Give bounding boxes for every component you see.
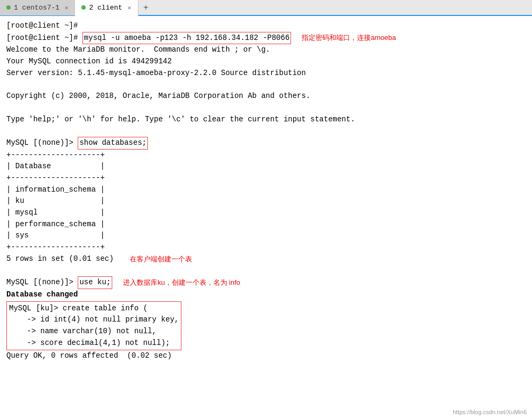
terminal-line-12: +--------------------+ xyxy=(6,150,526,161)
terminal-line-19: | sys | xyxy=(6,230,526,242)
terminal-line-28: -> score decimal(4,1) not null); xyxy=(9,337,179,349)
terminal-line-16: | ku | xyxy=(6,195,526,207)
annotation-amoeba: 指定密码和端口，连接amoeba xyxy=(302,32,396,43)
watermark: https://blog.csdn.net/XuMin6 xyxy=(453,408,527,417)
line21-text: 5 rows in set (0.01 sec) xyxy=(6,253,114,265)
terminal-line-25: MySQL [ku]> create table info ( xyxy=(9,303,179,315)
terminal-line-10 xyxy=(6,125,526,137)
tab-label-1: 1 centos7-1 xyxy=(14,4,60,12)
tab-dot-2 xyxy=(81,5,86,10)
line23-prefix: MySQL [(none)]> xyxy=(6,277,78,289)
create-table-block: MySQL [ku]> create table info ( -> id in… xyxy=(6,301,181,351)
terminal-line-23: MySQL [(none)]> use ku; 进入数据库ku，创建一个表，名为… xyxy=(6,276,526,289)
terminal-line-3: Welcome to the MariaDB monitor. Commands… xyxy=(6,44,526,56)
terminal-line-17: | mysql | xyxy=(6,207,526,219)
tab-add-button[interactable]: + xyxy=(138,0,154,15)
terminal-line-26: -> id int(4) not null primary key, xyxy=(9,314,179,326)
terminal-line-2: [root@client ~]# mysql -u amoeba -p123 -… xyxy=(6,32,526,45)
terminal-line-18: | performance_schema | xyxy=(6,219,526,230)
terminal-line-11: MySQL [(none)]> show databases; xyxy=(6,137,526,150)
line23-command: use ku; xyxy=(78,276,112,289)
line2-prefix: [root@client ~]# xyxy=(6,32,82,44)
terminal-line-22 xyxy=(6,265,526,276)
terminal-line-15: | information_schema | xyxy=(6,184,526,196)
terminal-line-9: Type 'help;' or '\h' for help. Type '\c'… xyxy=(6,114,526,126)
line11-command: show databases; xyxy=(78,137,148,150)
line11-prefix: MySQL [(none)]> xyxy=(6,137,78,149)
terminal-line-4: Your MySQL connection id is 494299142 xyxy=(6,56,526,68)
tab-centos7-1[interactable]: 1 centos7-1 ✕ xyxy=(0,0,75,15)
terminal-line-20: +--------------------+ xyxy=(6,242,526,253)
tab-label-2: 2 client xyxy=(89,4,122,12)
tab-close-2[interactable]: ✕ xyxy=(128,4,131,11)
terminal-line-14: +--------------------+ xyxy=(6,172,526,184)
annotation-use-ku: 进入数据库ku，创建一个表，名为 info xyxy=(123,277,240,288)
terminal-line-5: Server version: 5.1.45-mysql-amoeba-prox… xyxy=(6,68,526,79)
line2-command: mysql -u amoeba -p123 -h 192.168.34.182 … xyxy=(82,32,291,45)
tab-bar: 1 centos7-1 ✕ 2 client ✕ + xyxy=(0,0,532,16)
terminal-line-24: Database changed xyxy=(6,289,526,301)
terminal-line-13: | Database | xyxy=(6,161,526,172)
terminal-line-29: Query OK, 0 rows affected (0.02 sec) xyxy=(6,350,526,362)
terminal-area: [root@client ~]# [root@client ~]# mysql … xyxy=(0,16,532,420)
terminal-line-27: -> name varchar(10) not null, xyxy=(9,326,179,337)
terminal-line-6 xyxy=(6,79,526,90)
tab-dot-1 xyxy=(6,5,11,10)
tab-close-1[interactable]: ✕ xyxy=(65,4,69,11)
terminal-line-7: Copyright (c) 2000, 2018, Oracle, MariaD… xyxy=(6,90,526,102)
terminal-line-8 xyxy=(6,102,526,114)
tab-client[interactable]: 2 client ✕ xyxy=(75,0,138,16)
annotation-create-table: 在客户端创建一个表 xyxy=(130,254,192,265)
terminal-line-1: [root@client ~]# xyxy=(6,20,526,32)
terminal-line-21: 5 rows in set (0.01 sec) 在客户端创建一个表 xyxy=(6,253,526,265)
